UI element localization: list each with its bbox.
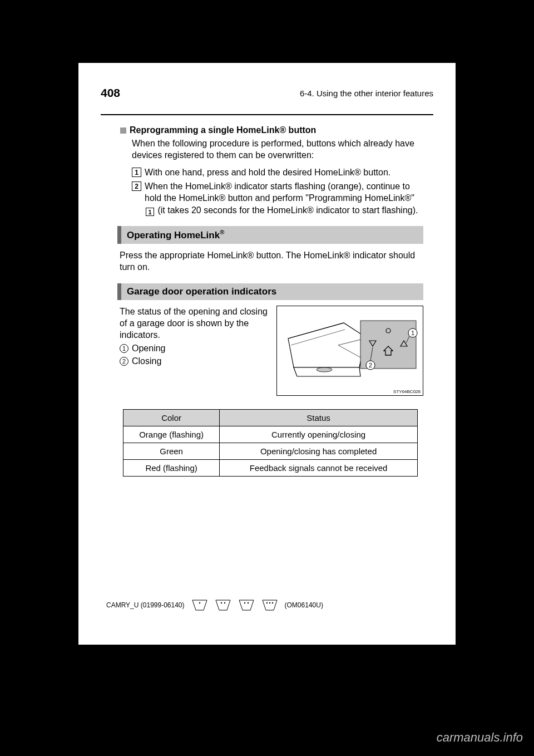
svg-point-14 <box>199 602 200 603</box>
svg-point-17 <box>244 602 245 603</box>
svg-point-19 <box>266 602 267 603</box>
reprogramming-section: Reprogramming a single HomeLink® button … <box>117 125 423 216</box>
indicator-block: The status of the opening and closing of… <box>117 306 423 396</box>
step-1-text: With one hand, press and hold the desire… <box>145 166 390 178</box>
section-path: 6-4. Using the other interior features <box>300 89 433 98</box>
homelink-button-3-icon <box>261 599 278 611</box>
subsection-intro: When the following procedure is performe… <box>132 138 423 161</box>
garage-illustration-svg: 1 2 <box>277 306 423 396</box>
cell-status: Feedback signals cannot be received <box>220 459 418 476</box>
garage-door-illustration: 1 2 STY64BC028 <box>276 306 423 396</box>
manual-page: 408 6-4. Using the other interior featur… <box>78 63 456 645</box>
indicators-bar-heading: Garage door operation indicators <box>117 283 423 300</box>
table-header-status: Status <box>220 409 418 426</box>
operating-title: Operating HomeLink <box>127 230 220 240</box>
table-header-row: Color Status <box>123 409 418 426</box>
circled-2-icon: 2 <box>120 357 128 366</box>
cell-color: Orange (flashing) <box>123 426 220 443</box>
illustration-ref-code: STY64BC028 <box>393 389 421 394</box>
step-inline-1-icon: 1 <box>146 208 154 216</box>
step-2-suffix: (it takes 20 seconds for the HomeLink® i… <box>157 205 418 215</box>
table-header-color: Color <box>123 409 220 426</box>
page-content: Reprogramming a single HomeLink® button … <box>78 115 456 477</box>
cell-status: Opening/closing has completed <box>220 443 418 459</box>
operating-body: Press the appropriate HomeLink® button. … <box>120 249 423 273</box>
circled-1-icon: 1 <box>120 344 128 353</box>
square-bullet-icon <box>120 127 126 134</box>
footer-om-code: (OM06140U) <box>285 601 323 609</box>
watermark-text: carmanuals.info <box>437 730 523 745</box>
svg-point-15 <box>220 602 221 603</box>
homelink-button-2-icon <box>215 599 231 611</box>
svg-point-20 <box>269 602 270 603</box>
svg-text:1: 1 <box>411 330 414 336</box>
page-header: 408 6-4. Using the other interior featur… <box>78 63 456 115</box>
subsection-title: Reprogramming a single HomeLink® button <box>130 125 316 135</box>
table-row: Green Opening/closing has completed <box>123 443 418 459</box>
indicator-lead: The status of the opening and closing of… <box>120 306 269 341</box>
cell-status: Currently opening/closing <box>220 426 418 443</box>
table-row: Red (flashing) Feedback signals cannot b… <box>123 459 418 476</box>
step-2-row: 2 When the HomeLink® indicator starts fl… <box>132 180 423 216</box>
footer-code: CAMRY_U (01999-06140) <box>106 601 185 609</box>
operating-bar-heading: Operating HomeLink® <box>117 226 423 244</box>
svg-point-21 <box>271 602 273 603</box>
indicator-item-2: 2 Closing <box>120 356 269 367</box>
header-divider <box>101 114 433 115</box>
step-number-box-icon: 1 <box>132 168 141 177</box>
indicator-item-1: 1 Opening <box>120 343 269 355</box>
subsection-heading: Reprogramming a single HomeLink® button <box>120 125 423 135</box>
svg-text:2: 2 <box>369 362 372 369</box>
homelink-button-2b-icon <box>238 599 255 611</box>
indicator-item-1-label: Opening <box>132 343 166 355</box>
homelink-button-1-icon <box>191 599 208 611</box>
registered-symbol: ® <box>220 229 224 235</box>
step-1-row: 1 With one hand, press and hold the desi… <box>132 166 423 178</box>
svg-point-18 <box>247 602 248 603</box>
step-2-text: When the HomeLink® indicator starts flas… <box>145 180 423 216</box>
status-color-table: Color Status Orange (flashing) Currently… <box>123 409 418 477</box>
footer-line: CAMRY_U (01999-06140) (OM06140U) <box>106 599 323 611</box>
cell-color: Red (flashing) <box>123 459 220 476</box>
svg-point-16 <box>224 602 225 603</box>
indicator-item-2-label: Closing <box>132 356 161 367</box>
step-number-box-icon: 2 <box>132 181 141 191</box>
table-row: Orange (flashing) Currently opening/clos… <box>123 426 418 443</box>
page-number: 408 <box>101 86 120 100</box>
cell-color: Green <box>123 443 220 459</box>
svg-point-0 <box>317 367 332 372</box>
indicator-text-column: The status of the opening and closing of… <box>117 306 269 396</box>
